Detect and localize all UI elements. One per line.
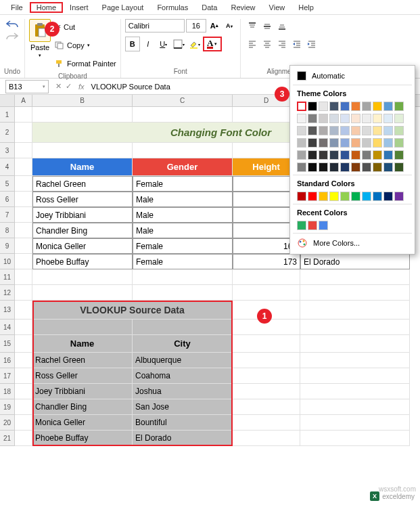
- cell[interactable]: [233, 353, 300, 368]
- cell[interactable]: [233, 269, 300, 285]
- row-header[interactable]: 3: [0, 143, 15, 158]
- cell[interactable]: [15, 238, 32, 254]
- color-swatch[interactable]: [373, 138, 382, 148]
- cell[interactable]: [300, 415, 410, 431]
- color-swatch[interactable]: [394, 138, 404, 148]
- color-swatch[interactable]: [340, 192, 350, 201]
- row-header[interactable]: 11: [0, 269, 15, 285]
- color-swatch[interactable]: [308, 150, 317, 160]
- menu-home[interactable]: Home: [30, 2, 63, 13]
- color-swatch[interactable]: [340, 162, 350, 172]
- paste-dropdown[interactable]: ▾: [39, 53, 41, 58]
- color-swatch[interactable]: [329, 126, 339, 135]
- color-swatch[interactable]: [297, 138, 306, 148]
- cell[interactable]: [15, 353, 32, 368]
- cell[interactable]: [133, 143, 233, 158]
- color-swatch[interactable]: [319, 162, 328, 172]
- color-swatch[interactable]: [394, 126, 404, 135]
- redo-button[interactable]: [4, 31, 20, 41]
- formula-input[interactable]: VLOOKUP Source Data: [89, 83, 173, 91]
- color-swatch[interactable]: [383, 162, 393, 172]
- cell[interactable]: [233, 415, 300, 431]
- cell[interactable]: [233, 285, 300, 301]
- color-swatch[interactable]: [362, 150, 371, 160]
- cell[interactable]: [15, 269, 32, 285]
- cell[interactable]: El Dorado: [300, 254, 410, 269]
- row-header[interactable]: 6: [0, 192, 15, 207]
- color-swatch[interactable]: [297, 114, 306, 123]
- color-swatch[interactable]: [373, 162, 382, 172]
- row-header[interactable]: 4: [0, 158, 15, 176]
- cell[interactable]: [300, 301, 410, 320]
- color-swatch[interactable]: [308, 102, 317, 111]
- color-swatch[interactable]: [319, 192, 328, 201]
- color-swatch[interactable]: [373, 114, 382, 123]
- color-swatch[interactable]: [362, 192, 371, 201]
- menu-file[interactable]: File: [4, 2, 30, 13]
- cell[interactable]: 173: [233, 254, 300, 269]
- menu-page-layout[interactable]: Page Layout: [95, 2, 151, 13]
- row-header[interactable]: 8: [0, 223, 15, 238]
- cell[interactable]: [15, 415, 32, 431]
- cell[interactable]: [233, 431, 300, 446]
- cell[interactable]: [300, 353, 410, 368]
- row-header[interactable]: 2: [0, 123, 15, 143]
- menu-formulas[interactable]: Formulas: [150, 2, 195, 13]
- cell[interactable]: [15, 431, 32, 446]
- menu-help[interactable]: Help: [291, 2, 321, 13]
- cell[interactable]: [15, 285, 32, 301]
- menu-view[interactable]: View: [262, 2, 292, 13]
- cell[interactable]: [15, 176, 32, 192]
- border-button[interactable]: ▾: [172, 37, 187, 51]
- color-swatch[interactable]: [297, 162, 306, 172]
- automatic-color-button[interactable]: Automatic: [293, 68, 412, 83]
- cell[interactable]: [15, 158, 32, 176]
- color-swatch[interactable]: [383, 102, 393, 111]
- cell[interactable]: [15, 192, 32, 207]
- format-painter-button[interactable]: Format Painter: [55, 56, 116, 71]
- color-swatch[interactable]: [297, 126, 306, 135]
- cell[interactable]: [300, 431, 410, 446]
- color-swatch[interactable]: [319, 102, 328, 111]
- color-swatch[interactable]: [308, 126, 317, 135]
- cell[interactable]: [15, 301, 32, 320]
- color-swatch[interactable]: [329, 192, 339, 201]
- color-swatch[interactable]: [362, 162, 371, 172]
- cell[interactable]: [300, 368, 410, 384]
- color-swatch[interactable]: [340, 102, 350, 111]
- color-swatch[interactable]: [351, 114, 360, 123]
- row-header[interactable]: 14: [0, 320, 15, 335]
- row-header[interactable]: 15: [0, 335, 15, 353]
- color-swatch[interactable]: [394, 114, 404, 123]
- row-header[interactable]: 19: [0, 399, 15, 415]
- color-swatch[interactable]: [329, 162, 339, 172]
- row-header[interactable]: 20: [0, 415, 15, 431]
- cell[interactable]: [15, 143, 32, 158]
- undo-button[interactable]: [4, 19, 20, 28]
- cell[interactable]: [133, 107, 233, 123]
- row-header[interactable]: 5: [0, 176, 15, 192]
- cell[interactable]: Ross Geller: [32, 192, 133, 207]
- cell[interactable]: [233, 368, 300, 384]
- accept-formula-icon[interactable]: ✓: [66, 82, 72, 91]
- color-swatch[interactable]: [340, 114, 350, 123]
- align-right-button[interactable]: [275, 37, 289, 51]
- color-swatch[interactable]: [383, 114, 393, 123]
- cancel-formula-icon[interactable]: ✕: [55, 82, 62, 91]
- fill-color-button[interactable]: ▾: [187, 37, 202, 51]
- color-swatch[interactable]: [308, 192, 317, 201]
- underline-button[interactable]: U▾: [156, 37, 171, 51]
- font-name-input[interactable]: [125, 19, 185, 32]
- color-swatch[interactable]: [383, 126, 393, 135]
- row-header[interactable]: 13: [0, 301, 15, 320]
- color-swatch[interactable]: [362, 102, 371, 111]
- indent-decrease-button[interactable]: [289, 37, 304, 51]
- cell[interactable]: Chandler Bing: [32, 223, 133, 238]
- color-swatch[interactable]: [394, 192, 404, 201]
- color-swatch[interactable]: [308, 114, 317, 123]
- color-swatch[interactable]: [373, 126, 382, 135]
- copy-button[interactable]: Copy▾: [55, 37, 116, 53]
- cell[interactable]: [233, 384, 300, 399]
- increase-font-button[interactable]: A▴: [208, 19, 221, 32]
- col-header-c[interactable]: C: [133, 95, 233, 106]
